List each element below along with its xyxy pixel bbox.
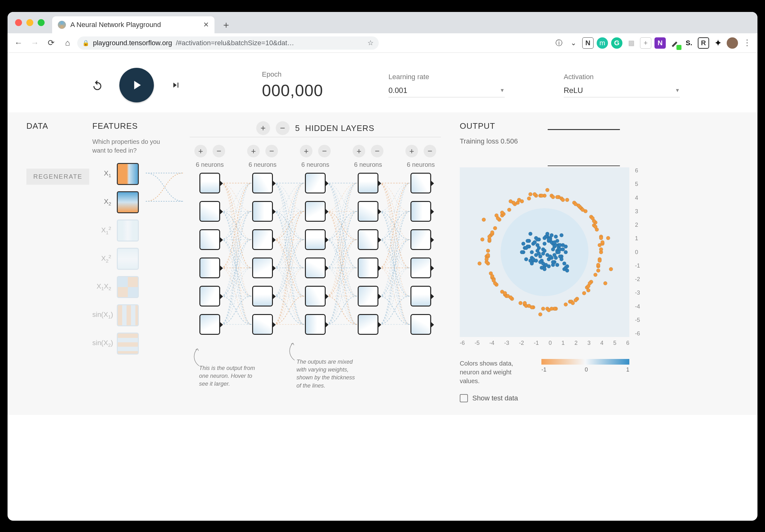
- remove-layer-button[interactable]: −: [276, 121, 290, 135]
- add-neuron-button[interactable]: +: [300, 145, 313, 157]
- home-button[interactable]: ⌂: [61, 36, 74, 50]
- extension-onenote-icon[interactable]: N: [654, 37, 666, 49]
- extension-info-icon[interactable]: ⓘ: [553, 37, 565, 49]
- remove-neuron-button[interactable]: −: [213, 145, 225, 157]
- feature-toggle[interactable]: [117, 304, 139, 326]
- remove-neuron-button[interactable]: −: [371, 145, 383, 157]
- close-window-icon[interactable]: [15, 19, 22, 26]
- step-button[interactable]: [168, 77, 184, 93]
- neuron-node[interactable]: [200, 201, 220, 222]
- neuron-node[interactable]: [410, 173, 431, 194]
- neuron-node[interactable]: [358, 229, 379, 250]
- neuron-node[interactable]: [410, 229, 431, 250]
- neuron-node[interactable]: [410, 201, 431, 222]
- neuron-node[interactable]: [252, 314, 273, 335]
- extension-m-icon[interactable]: m: [597, 37, 608, 49]
- neuron-node[interactable]: [358, 201, 379, 222]
- extension-grammarly-icon[interactable]: G: [611, 37, 622, 49]
- extension-plus-icon[interactable]: +: [640, 37, 651, 49]
- neuron-node[interactable]: [252, 258, 273, 278]
- feature-toggle[interactable]: [117, 220, 139, 242]
- remove-neuron-button[interactable]: −: [265, 145, 278, 157]
- neuron-node[interactable]: [200, 173, 220, 194]
- add-neuron-button[interactable]: +: [353, 145, 365, 157]
- maximize-window-icon[interactable]: [38, 19, 45, 26]
- forward-button[interactable]: →: [28, 36, 41, 50]
- neuron-node[interactable]: [358, 258, 379, 278]
- regenerate-button[interactable]: REGENERATE: [26, 169, 89, 185]
- neuron-node[interactable]: [200, 314, 220, 335]
- feature-toggle[interactable]: [117, 276, 139, 298]
- svg-point-204: [604, 281, 607, 285]
- play-button[interactable]: [119, 68, 154, 102]
- neuron-node[interactable]: [305, 314, 326, 335]
- feature-label: sin(X2): [92, 339, 111, 348]
- activation-field: Activation ReLU ▼: [564, 73, 680, 97]
- extension-r-icon[interactable]: R: [698, 37, 709, 49]
- star-icon[interactable]: ☆: [368, 39, 374, 47]
- neuron-node[interactable]: [410, 258, 431, 278]
- hidden-layers-header: + − 5 HIDDEN LAYERS: [177, 121, 453, 135]
- remove-neuron-button[interactable]: −: [318, 145, 331, 157]
- tab-close-icon[interactable]: ✕: [203, 21, 209, 29]
- back-button[interactable]: ←: [12, 36, 25, 50]
- extension-s-icon[interactable]: S.: [683, 37, 695, 49]
- neuron-node[interactable]: [410, 286, 431, 306]
- svg-point-128: [507, 208, 511, 212]
- neuron-node[interactable]: [305, 201, 326, 222]
- extension-pocket-icon[interactable]: ⌄: [568, 37, 579, 49]
- svg-point-85: [534, 259, 538, 263]
- extensions-puzzle-icon[interactable]: ✦: [712, 37, 724, 49]
- minimize-window-icon[interactable]: [26, 19, 33, 26]
- neuron-node[interactable]: [252, 286, 273, 306]
- remove-neuron-button[interactable]: −: [423, 145, 436, 157]
- callout-weights: The outputs are mixed with varying weigh…: [297, 358, 359, 390]
- neuron-node[interactable]: [252, 201, 273, 222]
- add-neuron-button[interactable]: +: [405, 145, 418, 157]
- learning-rate-select[interactable]: 0.001 ▼: [388, 84, 505, 97]
- neuron-node[interactable]: [305, 173, 326, 194]
- output-scatter-plot[interactable]: 6543210-1-2-3-4-5-6 -6-5-4-3-2-10123456: [460, 167, 629, 337]
- activation-select[interactable]: ReLU ▼: [564, 84, 680, 97]
- neuron-node[interactable]: [305, 229, 326, 250]
- extension-colorpicker-icon[interactable]: [669, 37, 680, 49]
- neuron-node[interactable]: [410, 314, 431, 335]
- neuron-node[interactable]: [305, 258, 326, 278]
- reset-button[interactable]: [89, 77, 106, 93]
- neuron-node[interactable]: [252, 229, 273, 250]
- svg-point-43: [520, 250, 524, 254]
- address-bar[interactable]: 🔒 playground.tensorflow.org/#activation=…: [77, 36, 379, 50]
- feature-toggle[interactable]: [117, 332, 139, 354]
- features-description: Which properties do you want to feed in?: [92, 137, 161, 155]
- svg-point-195: [490, 274, 494, 278]
- reload-button[interactable]: ⟳: [45, 36, 58, 50]
- svg-point-72: [526, 239, 529, 243]
- neuron-node[interactable]: [200, 229, 220, 250]
- show-test-data-checkbox[interactable]: [460, 394, 468, 402]
- neuron-node[interactable]: [358, 286, 379, 306]
- feature-toggle[interactable]: [117, 191, 139, 213]
- layer-column: [200, 173, 220, 386]
- neuron-node[interactable]: [358, 173, 379, 194]
- svg-point-129: [493, 227, 497, 230]
- neuron-node[interactable]: [200, 258, 220, 278]
- neuron-node[interactable]: [252, 173, 273, 194]
- neuron-node[interactable]: [305, 286, 326, 306]
- feature-toggle[interactable]: [117, 248, 139, 270]
- profile-avatar[interactable]: [727, 37, 738, 49]
- hidden-layers-column: + − 5 HIDDEN LAYERS +−+−+−+−+− 6 neurons…: [177, 121, 453, 402]
- tab-playground[interactable]: A Neural Network Playground ✕: [52, 16, 215, 33]
- add-layer-button[interactable]: +: [256, 121, 270, 135]
- extension-grid-icon[interactable]: ▩: [626, 37, 637, 49]
- feature-toggle[interactable]: [117, 163, 139, 185]
- feature-label: X2: [92, 198, 111, 207]
- neuron-node[interactable]: [358, 314, 379, 335]
- chrome-menu-icon[interactable]: ⋮: [741, 38, 753, 48]
- data-column: DATA REGENERATE: [17, 121, 92, 402]
- new-tab-button[interactable]: ＋: [220, 18, 233, 31]
- add-neuron-button[interactable]: +: [194, 145, 207, 157]
- extension-notion-icon[interactable]: N: [582, 37, 593, 49]
- svg-point-201: [478, 262, 481, 266]
- neuron-node[interactable]: [200, 286, 220, 306]
- add-neuron-button[interactable]: +: [247, 145, 260, 157]
